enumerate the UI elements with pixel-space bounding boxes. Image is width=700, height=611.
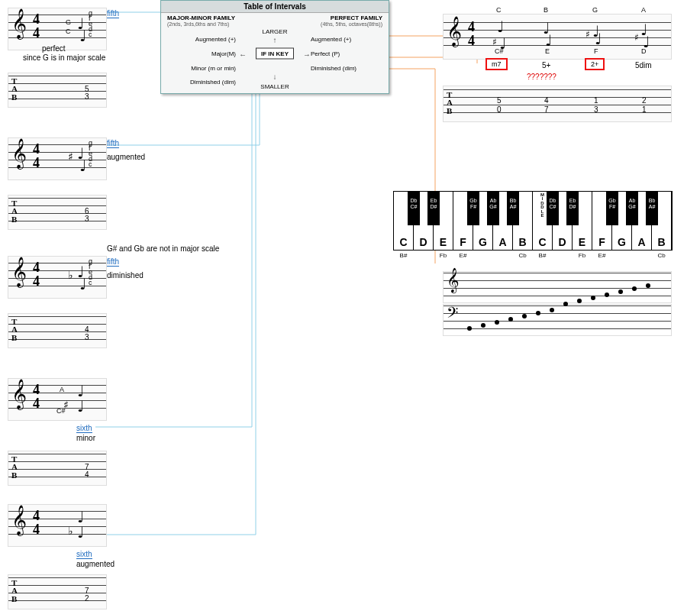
black-key: GbF#	[467, 192, 479, 225]
svg-point-11	[618, 289, 623, 294]
svg-point-5	[536, 311, 540, 315]
mm-family-sub: (2nds, 3rds,6ths and 7ths)	[167, 21, 259, 27]
ex4-quality: minor	[76, 434, 95, 442]
intervals-title: Table of Intervals	[161, 1, 389, 13]
svg-point-10	[605, 293, 609, 297]
ex4-interval: sixth	[76, 424, 92, 433]
label-right-perf: Perfect (P)	[311, 50, 379, 57]
label-right-aug: Augmented (+)	[311, 36, 379, 43]
ex1-root: C	[66, 27, 71, 35]
piano-keyboard: CB#DEFbFE#GABCbCB#MIDDLEDEFbFE#GABCbDbC#…	[393, 191, 673, 251]
tab-label: TAB	[11, 579, 18, 603]
arrow-down-icon: ↓	[273, 73, 277, 81]
svg-point-1	[481, 323, 485, 328]
ex5-staff: 𝄞 44 ♭ ♩ ♩	[8, 504, 107, 547]
exercise-staff: 𝄞 44 ♩ ♯ ♩ ♩ ♩ ♯ ♩ ♩ ♯ ♩ ♩	[443, 14, 672, 60]
ex1-tab: TAB 5 3	[8, 73, 107, 108]
black-key: DbC#	[547, 192, 559, 225]
treble-clef-icon: 𝄞	[11, 140, 27, 166]
ex1-interval: fifth	[107, 9, 119, 18]
treble-clef-icon: 𝄞	[447, 18, 462, 44]
black-key: BbA#	[507, 192, 519, 225]
tab-label: TAB	[447, 91, 453, 115]
ex3-quality: diminished	[107, 271, 144, 280]
ex4-root: C#	[56, 407, 66, 415]
ex1-quality: perfect	[42, 44, 66, 53]
arrow-right-icon: →	[303, 50, 311, 59]
ex1-explain: since G is in major scale	[23, 53, 105, 62]
label-left-dim: Diminished (dim)	[175, 79, 236, 86]
black-key: DbC#	[408, 192, 420, 225]
label-smaller: SMALLER	[260, 83, 289, 90]
perfect-family-sub: (4ths, 5ths, octaves(8ths))	[291, 21, 382, 27]
ascending-notes	[462, 273, 668, 335]
svg-point-12	[632, 286, 637, 291]
treble-clef-icon: 𝄞	[11, 380, 27, 406]
svg-point-0	[467, 326, 472, 331]
treble-clef-icon: 𝄞	[11, 258, 27, 284]
time-signature: 44	[33, 509, 40, 537]
exercise-tab: TAB 5 0 4 7 1 3 2 1	[443, 86, 672, 122]
ex5-quality: augmented	[76, 560, 115, 568]
ex3-tab: TAB 4 3	[8, 313, 107, 348]
label-larger: LARGER	[263, 28, 288, 35]
time-signature: 44	[468, 21, 475, 48]
svg-point-4	[522, 314, 527, 318]
svg-point-13	[646, 283, 650, 288]
black-key: GbF#	[606, 192, 618, 225]
intervals-table: Table of Intervals MAJOR-MINOR FAMILY (2…	[160, 0, 389, 94]
ex4-tab: TAB 7 4	[8, 451, 107, 486]
answer-m7: m7	[485, 58, 508, 70]
black-key: AbG#	[487, 192, 499, 225]
treble-clef-icon: 𝄞	[11, 506, 27, 532]
if-in-key: IF IN KEY	[256, 47, 294, 59]
treble-clef-icon: 𝄞	[11, 10, 27, 36]
ex2-quality: augmented	[107, 153, 145, 161]
black-key: EbD#	[427, 192, 440, 225]
tab-label: TAB	[11, 455, 18, 479]
svg-point-2	[495, 320, 499, 325]
scale-note: G# and Gb are not in major scale	[107, 244, 219, 253]
svg-point-6	[550, 308, 554, 312]
answer-2plus: 2+	[585, 58, 605, 70]
ex4-top: A	[60, 386, 64, 393]
tab-label: TAB	[11, 77, 18, 101]
arrow-left-icon: ←	[239, 50, 247, 59]
tab-label: TAB	[11, 318, 18, 341]
svg-point-8	[577, 299, 582, 303]
svg-point-7	[563, 302, 568, 306]
tab-label: TAB	[11, 199, 18, 223]
svg-point-3	[508, 317, 513, 322]
mm-family-heading: MAJOR-MINOR FAMILY	[167, 15, 259, 21]
time-signature: 44	[33, 383, 40, 411]
black-key: AbG#	[626, 192, 638, 225]
time-signature: 44	[33, 13, 40, 40]
label-left-min: Minor (m or min)	[175, 65, 236, 72]
time-signature: 44	[33, 143, 40, 170]
perfect-family-heading: PERFECT FAMILY	[291, 15, 382, 21]
ex5-interval: sixth	[76, 550, 92, 559]
svg-point-9	[591, 296, 595, 300]
label-left-maj: Major(M)	[175, 50, 236, 57]
ex2-interval: fifth	[107, 139, 119, 148]
bass-clef-icon: 𝄢	[447, 306, 458, 324]
black-key: BbA#	[646, 192, 658, 225]
warn-text: ???????	[527, 73, 556, 81]
ex1-top: G	[66, 18, 71, 26]
arrow-up-icon: ↑	[273, 36, 277, 44]
black-key: EbD#	[566, 192, 579, 225]
label-left-aug: Augmented (+)	[175, 36, 236, 43]
ex3-interval: fifth	[107, 257, 119, 267]
ex2-tab: TAB 6 3	[8, 195, 107, 230]
label-right-dim: Diminished (dim)	[311, 65, 379, 72]
ex5-tab: TAB 7 2	[8, 574, 107, 609]
time-signature: 44	[33, 261, 40, 289]
treble-clef-icon: 𝄞	[447, 270, 460, 291]
